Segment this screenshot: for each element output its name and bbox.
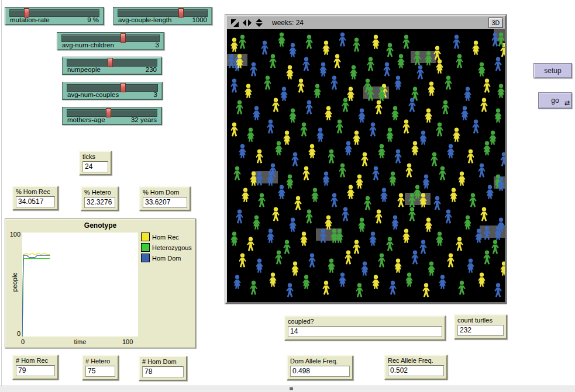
person-turtle bbox=[455, 237, 464, 251]
monitor-value: 33.6207 bbox=[143, 197, 187, 208]
person-turtle bbox=[263, 75, 272, 90]
bottom-scrollbar[interactable] bbox=[0, 386, 575, 392]
person-turtle bbox=[483, 226, 491, 240]
slider-numpeople[interactable]: numpeople 230 bbox=[62, 57, 162, 75]
person-turtle bbox=[227, 54, 236, 68]
slider-value: 230 bbox=[146, 66, 157, 73]
person-turtle bbox=[341, 207, 350, 221]
person-turtle bbox=[255, 149, 264, 164]
person-turtle bbox=[338, 272, 347, 287]
slider-label: avg-num-children bbox=[62, 41, 114, 48]
person-turtle bbox=[355, 174, 364, 189]
person-turtle bbox=[455, 54, 464, 68]
slider-avg-num-children[interactable]: avg-num-children 3 bbox=[57, 32, 164, 50]
person-turtle bbox=[394, 75, 402, 90]
slider-avg-couple-length[interactable]: avg-couple-length 1000 bbox=[113, 7, 212, 25]
person-turtle bbox=[385, 43, 394, 57]
person-turtle bbox=[330, 75, 339, 90]
person-turtle bbox=[283, 130, 291, 145]
legend-item-hom-dom: Hom Dom bbox=[141, 254, 192, 262]
go-button[interactable]: go ⇄ bbox=[538, 92, 572, 109]
person-turtle bbox=[235, 100, 244, 115]
person-turtle bbox=[302, 275, 311, 289]
person-turtle bbox=[463, 86, 472, 101]
monitor-value: 34.0517 bbox=[16, 196, 55, 207]
person-turtle bbox=[377, 253, 386, 268]
person-turtle bbox=[385, 237, 394, 251]
person-turtle bbox=[313, 84, 322, 98]
person-turtle bbox=[299, 231, 308, 246]
slider-value: 32 years bbox=[131, 116, 157, 123]
person-turtle bbox=[422, 283, 431, 297]
person-turtle bbox=[413, 51, 422, 65]
view-3d-button[interactable]: 3D bbox=[488, 18, 503, 28]
person-turtle bbox=[288, 217, 297, 232]
person-turtle bbox=[433, 196, 442, 210]
monitor-num-hetero: # Hetero 75 bbox=[82, 355, 119, 380]
person-turtle bbox=[319, 228, 328, 243]
world-view[interactable] bbox=[227, 29, 505, 302]
person-turtle bbox=[288, 43, 297, 57]
plot-area bbox=[22, 233, 138, 337]
horizontal-resize-icon[interactable] bbox=[243, 19, 252, 26]
person-turtle bbox=[491, 240, 500, 254]
person-turtle bbox=[277, 32, 286, 47]
person-turtle bbox=[480, 207, 488, 221]
person-turtle bbox=[277, 185, 286, 199]
slider-value: 9 % bbox=[87, 16, 99, 23]
person-turtle bbox=[238, 34, 247, 49]
person-turtle bbox=[271, 207, 280, 221]
person-turtle bbox=[483, 250, 491, 265]
person-turtle bbox=[322, 280, 330, 295]
person-turtle bbox=[444, 209, 453, 224]
person-turtle bbox=[494, 226, 502, 240]
legend-label: Hom Dom bbox=[152, 255, 181, 262]
person-turtle bbox=[238, 144, 247, 158]
person-turtle bbox=[266, 228, 275, 243]
setup-button[interactable]: setup bbox=[533, 63, 572, 78]
person-turtle bbox=[388, 280, 397, 295]
person-turtle bbox=[352, 130, 361, 145]
person-turtle bbox=[271, 98, 280, 112]
plot-legend: Hom Rec Heterozygous Hom Dom bbox=[141, 233, 192, 264]
person-turtle bbox=[416, 65, 425, 79]
person-turtle bbox=[419, 130, 428, 145]
person-turtle bbox=[460, 106, 469, 120]
x-axis-max-tick: 100 bbox=[122, 338, 133, 345]
person-turtle bbox=[238, 253, 247, 268]
person-turtle bbox=[346, 185, 355, 199]
person-turtle bbox=[233, 275, 242, 289]
person-turtle bbox=[469, 193, 477, 207]
scrollbar-grip[interactable] bbox=[290, 387, 293, 390]
person-turtle bbox=[477, 272, 486, 287]
person-turtle bbox=[322, 40, 330, 55]
person-turtle bbox=[344, 250, 353, 265]
person-turtle bbox=[500, 152, 505, 166]
person-turtle bbox=[305, 209, 314, 224]
person-turtle bbox=[349, 65, 358, 79]
person-turtle bbox=[352, 240, 361, 254]
slider-label: numpeople bbox=[67, 66, 101, 73]
legend-label: Heterozygous bbox=[152, 244, 192, 251]
person-turtle bbox=[497, 176, 505, 191]
person-turtle bbox=[366, 86, 375, 101]
person-turtle bbox=[360, 261, 369, 276]
monitor-value: 232 bbox=[457, 325, 504, 336]
person-turtle bbox=[330, 193, 339, 207]
person-turtle bbox=[449, 188, 458, 202]
slider-value: 1000 bbox=[192, 16, 207, 23]
slider-avg-num-couples[interactable]: avg-num-couples 3 bbox=[62, 82, 163, 100]
person-turtle bbox=[480, 98, 488, 112]
slider-mutation-rate[interactable]: mutation-rate 9 % bbox=[5, 7, 104, 25]
monitor-pct-hom-rec: % Hom Rec 34.0517 bbox=[12, 186, 58, 210]
person-turtle bbox=[252, 106, 261, 120]
person-turtle bbox=[424, 217, 433, 232]
person-turtle bbox=[305, 34, 314, 49]
person-turtle bbox=[427, 261, 436, 276]
fullscreen-icon[interactable] bbox=[231, 19, 239, 27]
vertical-resize-icon[interactable] bbox=[256, 19, 263, 27]
person-turtle bbox=[441, 100, 450, 115]
person-turtle bbox=[305, 100, 314, 115]
monitor-dom-allele-freq: Dom Allele Freq. 0.498 bbox=[287, 355, 353, 380]
slider-mothers-age[interactable]: mothers-age 32 years bbox=[62, 107, 162, 125]
